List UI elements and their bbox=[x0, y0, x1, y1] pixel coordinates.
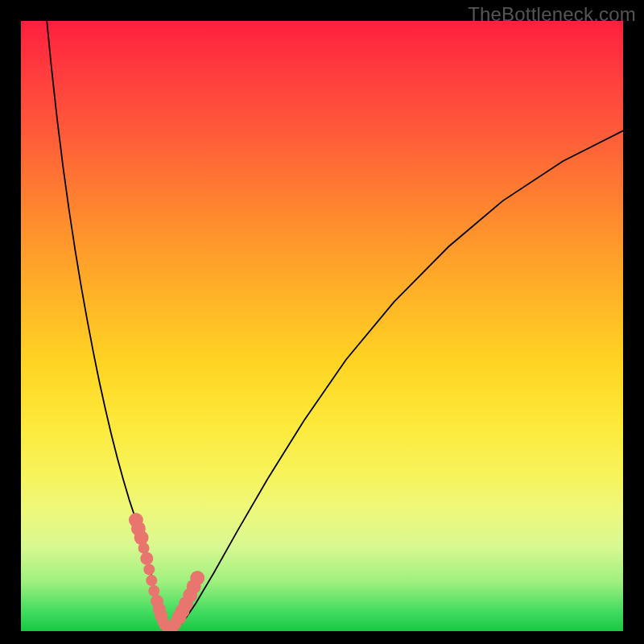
watermark-text: TheBottleneck.com bbox=[468, 3, 636, 26]
data-marker bbox=[148, 585, 159, 597]
data-marker bbox=[190, 571, 204, 585]
bottleneck-curve bbox=[47, 21, 623, 630]
chart-frame: TheBottleneck.com bbox=[0, 0, 644, 644]
data-marker bbox=[146, 575, 157, 586]
chart-overlay bbox=[21, 21, 623, 631]
data-marker bbox=[140, 552, 153, 565]
data-marker bbox=[143, 564, 155, 575]
data-marker bbox=[138, 543, 150, 554]
data-marker bbox=[134, 530, 149, 545]
marker-cluster bbox=[129, 513, 204, 631]
